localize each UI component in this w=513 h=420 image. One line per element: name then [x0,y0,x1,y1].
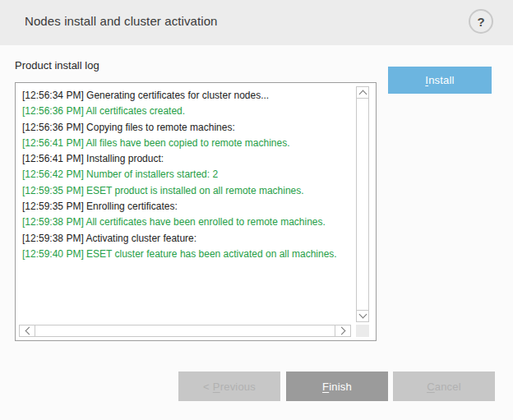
log-line: [12:56:42 PM] Number of installers start… [22,167,346,182]
finish-button-label: F [322,381,329,393]
question-mark-icon: ? [477,15,484,29]
dialog-window: Nodes install and cluster activation ? P… [0,0,513,420]
vertical-scrollbar[interactable] [356,86,369,322]
log-line: [12:59:35 PM] ESET product is installed … [22,183,346,199]
scroll-right-button[interactable] [335,325,351,337]
scroll-left-button[interactable] [19,325,35,337]
help-button[interactable]: ? [469,9,493,34]
log-line: [12:59:38 PM] Activating cluster feature… [22,231,346,247]
log-line: [12:56:36 PM] All certificates created. [22,104,346,119]
previous-button-label: P [213,381,220,393]
chevron-up-icon [358,90,367,99]
previous-button[interactable]: <Previous [178,372,280,401]
chevron-right-icon [337,327,345,335]
log-line: [12:56:34 PM] Generating certificates fo… [22,88,346,104]
cancel-button[interactable]: Cancel [393,372,495,401]
log-line: [12:56:36 PM] Copying files to remote ma… [22,120,346,136]
finish-button[interactable]: Finish [286,372,388,401]
scrollbar-corner [356,325,369,337]
scroll-up-button[interactable] [356,86,369,99]
page-title: Nodes install and cluster activation [25,14,218,28]
log-line: [12:56:41 PM] All files have been copied… [22,136,346,151]
horizontal-scrollbar[interactable] [19,325,351,337]
dialog-header: Nodes install and cluster activation ? [0,0,513,45]
vertical-scrollbar-track[interactable] [356,86,369,322]
log-label: Product install log [15,59,99,72]
horizontal-scrollbar-track[interactable] [19,325,351,337]
log-lines: [12:56:34 PM] Generating certificates fo… [22,88,346,262]
log-line: [12:59:38 PM] All certificates have been… [22,215,346,230]
log-line: [12:59:40 PM] ESET cluster feature has b… [22,247,346,262]
install-log-textbox[interactable]: [12:56:34 PM] Generating certificates fo… [15,82,377,341]
log-line: [12:56:41 PM] Installing product: [22,151,346,167]
cancel-button-label: C [427,381,435,393]
install-button[interactable]: Install [388,67,492,94]
scroll-down-button[interactable] [356,310,369,322]
chevron-down-icon [358,311,367,319]
log-line: [12:59:35 PM] Enrolling certificates: [22,199,346,215]
chevron-left-icon [25,327,33,335]
